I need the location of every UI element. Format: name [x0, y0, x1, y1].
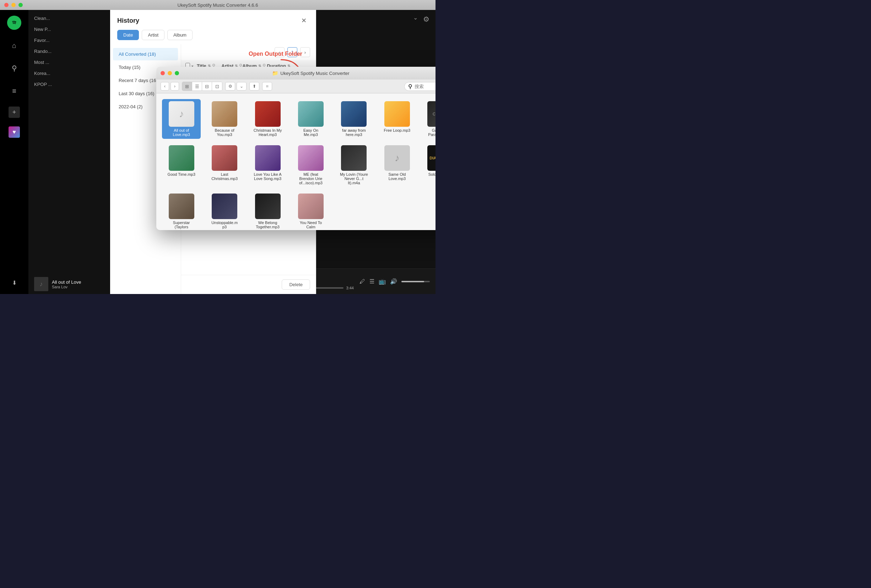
finder-item-gangstas[interactable]: COOLIO Gangstas Paradise.m4a	[421, 99, 436, 139]
finder-list-view-button[interactable]: ☰	[192, 82, 202, 91]
playlist-mini-thumb: ♪	[34, 277, 48, 291]
finder-item-superstar[interactable]: Superstar (Taylors Version).mp3	[162, 191, 201, 229]
finder-item-unstoppable[interactable]: Unstoppable.mp3	[205, 191, 244, 229]
finder-search-bar: ⚲	[404, 82, 436, 91]
player-queue-button[interactable]: ☰	[370, 278, 374, 285]
finder-icon-view-button[interactable]: ⊞	[182, 82, 192, 91]
close-button[interactable]	[4, 3, 9, 7]
player-volume-bar[interactable]	[401, 281, 430, 282]
finder-item-thumb	[255, 101, 281, 127]
finder-item-lastchristmas[interactable]: Last Christmas.mp3	[205, 143, 244, 187]
playlist-item[interactable]: Favor...	[28, 35, 110, 46]
tab-album[interactable]: Album	[167, 30, 193, 40]
maximize-button[interactable]	[18, 3, 23, 7]
minimize-button[interactable]	[11, 3, 16, 7]
playlist-sidebar: Clean... New P... Favor... Rando... Most…	[28, 10, 110, 294]
finder-item-allout[interactable]: ♪ All out of Love.mp3	[162, 99, 201, 139]
finder-item-webelong[interactable]: We Belong Together.mp3	[248, 191, 287, 229]
pagination-prev[interactable]: ‹	[275, 47, 284, 57]
sidebar-search[interactable]: ⚲	[7, 61, 21, 75]
finder-tag-button[interactable]: ⌗	[262, 82, 272, 91]
finder-item-christmas[interactable]: Christmas In My Heart.mp3	[248, 99, 287, 139]
playlist-list: Clean... New P... Favor... Rando... Most…	[28, 10, 110, 274]
finder-item-label: Unstoppable.mp3	[210, 221, 239, 229]
history-footer: Delete	[181, 275, 316, 294]
player-time-total: 3:44	[346, 286, 354, 290]
pagination-next[interactable]: ›	[300, 47, 310, 57]
gear-button[interactable]: ⚙	[420, 13, 433, 25]
finder-share-button[interactable]: ⬆	[249, 82, 259, 91]
finder-item-label: Easy On Me.mp3	[296, 128, 325, 137]
finder-item-thumb	[385, 101, 410, 127]
finder-item-label: All out of Love.mp3	[167, 128, 196, 137]
finder-item-mylovin[interactable]: My Lovin (Youre Never G...t It).m4a	[335, 143, 373, 187]
finder-item-thumb	[298, 194, 323, 219]
finder-back-button[interactable]: ‹	[160, 82, 169, 91]
finder-item-me[interactable]: ME (feat Brendon Urie of...isco).mp3	[291, 143, 330, 187]
finder-item-becauseof[interactable]: Because of You.mp3	[205, 99, 244, 139]
finder-item-faraway[interactable]: far away from here.mp3	[335, 99, 373, 139]
finder-item-label: Last Christmas.mp3	[210, 172, 239, 181]
finder-item-easyon[interactable]: Easy On Me.mp3	[291, 99, 330, 139]
finder-item-soldout[interactable]: DIAMONDS Sold Out.mp3	[421, 143, 436, 187]
finder-forward-button[interactable]: ›	[171, 82, 179, 91]
history-close-button[interactable]: ✕	[299, 16, 309, 25]
playlist-mini-player[interactable]: ♪ All out of Love Sara Lov	[28, 274, 110, 294]
finder-item-thumb	[212, 194, 237, 219]
finder-item-freeloop[interactable]: Free Loop.mp3	[378, 99, 416, 139]
tab-date[interactable]: Date	[117, 30, 139, 40]
delete-selected-button[interactable]: Delete	[282, 279, 310, 290]
finder-item-thumb	[255, 194, 281, 219]
finder-item-loveyou[interactable]: Love You Like A Love Song.mp3	[248, 143, 287, 187]
finder-item-label: You Need To Calm Down.mp3	[296, 221, 325, 229]
app-container: ⌂ ⚲ ≡ + ♥ ⬇ Clean... New P... Favor... R…	[0, 10, 436, 294]
finder-item-label: Gangstas Paradise.m4a	[426, 128, 436, 137]
finder-window-buttons[interactable]	[160, 71, 179, 75]
finder-toolbar: ‹ › ⊞ ☰ ⊟ ⊡ ⚙ ⌄ ⬆ ⌗	[156, 79, 436, 93]
finder-item-thumb	[298, 145, 323, 171]
mac-window-buttons[interactable]	[4, 3, 23, 7]
mac-titlebar: UkeySoft Spotify Music Converter 4.6.6	[0, 0, 436, 10]
player-lyrics-button[interactable]: 🖊	[359, 278, 365, 285]
finder-item-goodtime[interactable]: Good Time.mp3	[162, 143, 201, 187]
playlist-item[interactable]: Korea...	[28, 68, 110, 79]
finder-gear-button[interactable]: ⚙	[225, 82, 235, 91]
history-group-all[interactable]: All Converted (18)	[113, 48, 178, 60]
finder-column-view-button[interactable]: ⊟	[202, 82, 212, 91]
sidebar-home[interactable]: ⌂	[7, 38, 21, 52]
sidebar-download-icon[interactable]: ⬇	[9, 277, 20, 288]
finder-maximize-button[interactable]	[175, 71, 179, 75]
playlist-mini-artist: Sara Lov	[52, 285, 81, 289]
finder-minimize-button[interactable]	[168, 71, 172, 75]
player-volume-icon[interactable]: 🔊	[390, 278, 397, 285]
finder-item-youneed[interactable]: You Need To Calm Down.mp3	[291, 191, 330, 229]
spotify-sidebar: ⌂ ⚲ ≡ + ♥ ⬇	[0, 10, 28, 294]
history-pagination: ‹ 1 ›	[181, 45, 316, 60]
finder-search-input[interactable]	[415, 84, 436, 89]
svg-point-0	[10, 19, 18, 27]
playlist-item[interactable]: KPOP ...	[28, 79, 110, 90]
finder-item-sameold[interactable]: ♪ Same Old Love.mp3	[378, 143, 416, 187]
finder-item-label: Christmas In My Heart.mp3	[254, 128, 282, 137]
finder-gear-dropdown[interactable]: ⌄	[236, 82, 247, 91]
finder-gallery-view-button[interactable]: ⊡	[212, 82, 222, 91]
playlist-item[interactable]: Most ...	[28, 57, 110, 68]
finder-item-label: ME (feat Brendon Urie of...isco).mp3	[296, 172, 325, 185]
playlist-item[interactable]: Rando...	[28, 46, 110, 57]
playlist-item[interactable]: New P...	[28, 24, 110, 35]
finder-item-thumb: ♪	[169, 101, 194, 127]
window-title: UkeySoft Spotify Music Converter 4.6.6	[178, 3, 258, 8]
sidebar-add-button[interactable]: +	[9, 106, 20, 118]
tab-artist[interactable]: Artist	[142, 30, 165, 40]
finder-item-thumb: ♪	[385, 145, 410, 171]
finder-view-buttons: ⊞ ☰ ⊟ ⊡	[182, 82, 222, 91]
sidebar-liked-songs[interactable]: ♥	[9, 127, 20, 138]
playlist-item[interactable]: Clean...	[28, 13, 110, 24]
finder-close-button[interactable]	[160, 71, 165, 75]
finder-item-thumb: DIAMONDS	[427, 145, 436, 171]
sidebar-library[interactable]: ≡	[7, 84, 21, 98]
finder-item-thumb	[341, 145, 367, 171]
player-device-button[interactable]: 📺	[379, 278, 386, 285]
finder-item-thumb	[298, 101, 323, 127]
chevron-down-icon[interactable]: ⌄	[413, 14, 418, 21]
